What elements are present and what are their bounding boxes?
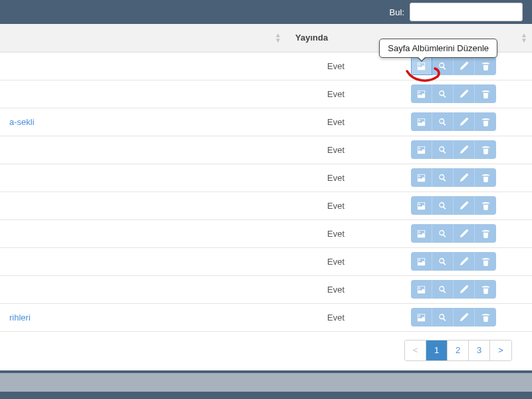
pencil-icon[interactable] [454,196,475,215]
pager-page-3[interactable]: 3 [469,340,490,360]
trash-icon[interactable] [475,84,496,103]
cell-actions [386,80,532,108]
trash-icon[interactable] [475,140,496,159]
cell-published: Evet [286,136,386,164]
action-buttons [411,84,496,103]
cell-first [0,80,286,108]
table-row: a-sekli Evet [0,108,532,136]
table-row: Evet [0,192,532,219]
cell-published: Evet [286,108,386,136]
search-label: Bul: [390,7,404,17]
search-icon[interactable] [432,112,454,131]
search-icon[interactable] [432,84,454,103]
action-buttons [411,196,496,215]
search-icon[interactable] [432,140,454,159]
table-row: Evet [0,136,532,164]
search-icon[interactable] [432,280,454,299]
image-icon[interactable] [411,280,432,299]
table-row: Evet [0,80,532,108]
image-icon[interactable] [411,84,432,103]
cell-published: Evet [286,247,386,275]
cell-first [0,136,286,164]
pencil-icon[interactable] [454,168,475,187]
cell-actions [386,219,532,247]
cell-actions [386,136,532,164]
image-icon[interactable] [411,308,432,327]
action-buttons [411,168,496,187]
cell-published: Evet [286,275,386,303]
footer-strip [0,373,532,392]
trash-icon[interactable] [475,224,496,243]
cell-actions [386,164,532,192]
search-icon[interactable] [432,57,454,75]
pencil-icon[interactable] [454,252,475,271]
cell-first [0,52,286,80]
cell-first [0,164,286,192]
search-bar: Bul: [0,0,532,24]
image-icon[interactable] [411,112,432,131]
cell-first: rihleri [0,303,286,331]
pencil-icon[interactable] [454,140,475,159]
cell-published: Evet [286,164,386,192]
action-buttons [411,224,496,243]
cell-actions [386,108,532,136]
cell-published: Evet [286,80,386,108]
action-buttons [411,140,496,159]
pencil-icon[interactable] [454,308,475,327]
pager-prev[interactable]: < [405,340,426,360]
table-row: Evet [0,164,532,192]
action-buttons [411,112,496,131]
table-row: Evet [0,247,532,275]
search-icon[interactable] [432,252,454,271]
cell-first: a-sekli [0,108,286,136]
cell-published: Evet [286,219,386,247]
pager-page-1[interactable]: 1 [426,340,448,360]
search-icon[interactable] [432,168,454,187]
cell-published: Evet [286,192,386,219]
action-buttons [411,252,496,271]
trash-icon[interactable] [475,168,496,187]
trash-icon[interactable] [475,57,496,75]
table-row: rihleri Evet [0,303,532,331]
cell-first [0,192,286,219]
pagination: <123> [0,332,532,370]
column-header-published[interactable]: Yayında [286,24,386,52]
pencil-icon[interactable] [454,224,475,243]
pencil-icon[interactable] [454,84,475,103]
image-icon[interactable] [411,196,432,215]
table-row: Evet [0,275,532,303]
cell-published: Evet [286,303,386,331]
image-icon[interactable] [411,252,432,271]
cell-first [0,275,286,303]
cell-actions [386,192,532,219]
search-icon[interactable] [432,196,454,215]
pencil-icon[interactable] [454,57,475,75]
trash-icon[interactable] [475,280,496,299]
pencil-icon[interactable] [454,280,475,299]
column-header-first[interactable]: ▲▼ [0,24,286,52]
pager-next[interactable]: > [490,340,511,360]
sort-icon: ▲▼ [275,33,281,43]
row-link[interactable]: rihleri [9,313,31,323]
cell-published: Evet [286,52,386,80]
pager-page-2[interactable]: 2 [448,340,469,360]
table-row: Evet [0,219,532,247]
cell-first [0,219,286,247]
trash-icon[interactable] [475,196,496,215]
cell-actions [386,303,532,331]
cell-actions [386,275,532,303]
trash-icon[interactable] [475,252,496,271]
trash-icon[interactable] [475,112,496,131]
search-input[interactable] [410,3,523,21]
pencil-icon[interactable] [454,112,475,131]
row-link[interactable]: a-sekli [9,117,35,127]
data-table-panel: ▲▼ Yayında ▲▼ Evet [0,24,532,370]
image-icon[interactable] [411,168,432,187]
search-icon[interactable] [432,308,454,327]
trash-icon[interactable] [475,308,496,327]
search-icon[interactable] [432,224,454,243]
data-table: ▲▼ Yayında ▲▼ Evet [0,24,532,332]
action-buttons [411,280,496,299]
image-icon[interactable] [411,140,432,159]
image-icon[interactable] [411,224,432,243]
